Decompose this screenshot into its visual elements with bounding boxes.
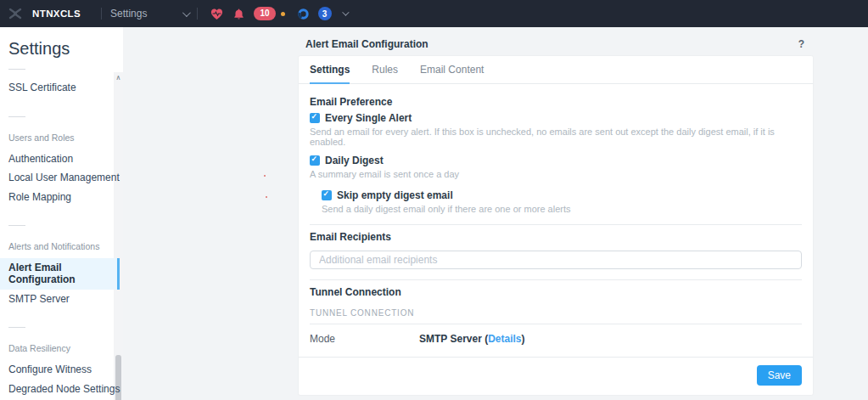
navbar-divider	[197, 8, 198, 20]
details-link[interactable]: Details	[488, 333, 521, 345]
page-title: Alert Email Configuration	[305, 38, 428, 50]
section-divider	[310, 224, 802, 225]
every-single-alert-checkbox-row[interactable]: Every Single Alert	[310, 112, 802, 124]
sidebar-section-data-resiliency: Data Resiliency	[8, 343, 123, 353]
mode-value-text: )	[522, 333, 525, 345]
sidebar-item-degraded-node-settings[interactable]: Degraded Node Settings	[8, 380, 123, 399]
checkbox-checked-icon[interactable]	[310, 155, 320, 166]
sidebar-section-alerts-and-notifications: Alerts and Notifications	[8, 241, 123, 251]
sidebar-divider	[8, 69, 25, 70]
daily-digest-help-text: A summary email is sent once a day	[310, 169, 802, 179]
tunnel-connection-table-header: TUNNEL CONNECTION	[310, 298, 802, 324]
sidebar-item-local-user-management[interactable]: Local User Management	[8, 168, 123, 188]
cluster-name: NTNXCLS	[32, 8, 81, 19]
settings-card: Settings Rules Email Content Email Prefe…	[299, 56, 813, 395]
sidebar-divider	[8, 327, 25, 328]
nutanix-x-logo-icon[interactable]	[8, 7, 22, 20]
tab-bar: Settings Rules Email Content	[299, 56, 813, 84]
alert-count-badge[interactable]: 10	[254, 7, 275, 20]
settings-sidebar: ∧ Settings SSL Certificate Users and Rol…	[0, 27, 123, 400]
chevron-down-icon[interactable]	[342, 8, 349, 15]
settings-menu-dropdown[interactable]: Settings	[110, 8, 188, 20]
skip-empty-digest-help-text: Send a daily digest email only if there …	[322, 204, 802, 214]
sidebar-item-authentication[interactable]: Authentication	[8, 149, 123, 169]
tunnel-connection-heading: Tunnel Connection	[310, 286, 802, 298]
sidebar-item-role-mapping[interactable]: Role Mapping	[8, 188, 123, 207]
sidebar-item-ssl-certificate[interactable]: SSL Certificate	[8, 78, 123, 98]
tab-email-content[interactable]: Email Content	[420, 56, 484, 84]
screen-artifact-dot	[264, 175, 266, 177]
screen-artifact-dot	[266, 196, 267, 198]
every-single-alert-label: Every Single Alert	[325, 112, 412, 124]
tab-settings[interactable]: Settings	[310, 56, 350, 84]
email-preference-heading: Email Preference	[310, 96, 802, 108]
sidebar-divider	[8, 116, 25, 117]
sidebar-section-users-and-roles: Users and Roles	[8, 132, 123, 143]
mode-value-text: SMTP Server (	[419, 333, 488, 345]
alert-email-configuration-panel: Alert Email Configuration ? Settings Rul…	[299, 34, 813, 395]
top-navbar: NTNXCLS Settings 10 3	[0, 0, 868, 27]
sidebar-title: Settings	[8, 39, 123, 59]
table-row: Mode SMTP Server (Details)	[310, 324, 802, 357]
health-heart-icon[interactable]	[210, 7, 224, 21]
settings-menu-label: Settings	[110, 8, 147, 20]
save-button[interactable]: Save	[757, 365, 802, 386]
sidebar-item-configure-witness[interactable]: Configure Witness	[8, 360, 123, 380]
checkbox-checked-icon[interactable]	[322, 190, 332, 200]
navbar-divider	[101, 8, 102, 20]
chevron-down-icon	[182, 8, 191, 17]
every-single-alert-help-text: Send an email for every alert. If this b…	[310, 127, 802, 147]
email-recipients-heading: Email Recipients	[310, 231, 802, 243]
alerts-bell-icon[interactable]	[232, 8, 245, 20]
skip-empty-digest-checkbox-row[interactable]: Skip empty digest email	[322, 189, 802, 201]
main-content-area: Alert Email Configuration ? Settings Rul…	[123, 27, 868, 400]
sidebar-divider	[8, 225, 25, 226]
tab-rules[interactable]: Rules	[372, 56, 398, 84]
mode-label: Mode	[310, 333, 419, 345]
checkbox-checked-icon[interactable]	[310, 113, 320, 123]
help-question-icon[interactable]: ?	[797, 38, 806, 50]
sidebar-item-smtp-server[interactable]: SMTP Server	[8, 290, 123, 309]
email-recipients-input[interactable]	[310, 251, 802, 269]
mode-value: SMTP Server (Details)	[419, 333, 525, 345]
task-count-badge[interactable]: 3	[318, 7, 332, 20]
skip-empty-digest-label: Skip empty digest email	[337, 189, 453, 201]
daily-digest-label: Daily Digest	[325, 155, 384, 166]
sidebar-item-alert-email-configuration[interactable]: Alert Email Configuration	[0, 258, 120, 290]
tasks-spinner-icon[interactable]	[297, 8, 310, 20]
daily-digest-checkbox-row[interactable]: Daily Digest	[310, 155, 802, 166]
card-footer: Save	[299, 357, 813, 395]
notification-dot-icon	[281, 12, 285, 16]
section-divider	[310, 279, 802, 280]
